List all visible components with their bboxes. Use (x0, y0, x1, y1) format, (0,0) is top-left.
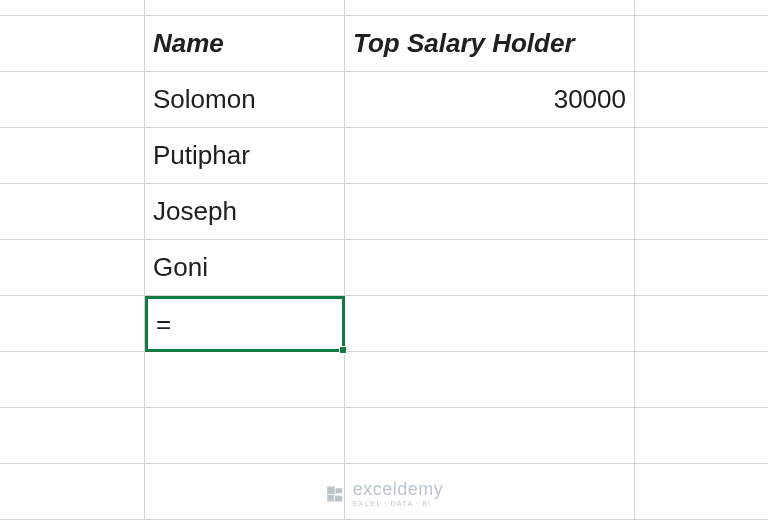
header-text: Name (153, 28, 224, 59)
empty-cell[interactable] (345, 408, 635, 464)
empty-cell[interactable] (0, 184, 145, 240)
empty-cell[interactable] (0, 72, 145, 128)
spreadsheet-grid[interactable]: Name Top Salary Holder Solomon 30000 Put… (0, 0, 768, 525)
empty-cell[interactable] (145, 352, 345, 408)
active-cell[interactable]: = (145, 296, 345, 352)
watermark: exceldemy EXCEL · DATA · BI (325, 480, 444, 507)
cell-value: 30000 (554, 84, 626, 115)
empty-cell[interactable] (0, 16, 145, 72)
empty-cell[interactable] (635, 16, 768, 72)
empty-cell[interactable] (635, 240, 768, 296)
data-cell-salary[interactable] (345, 240, 635, 296)
empty-cell[interactable] (635, 184, 768, 240)
empty-cell[interactable] (635, 0, 768, 16)
empty-cell[interactable] (0, 408, 145, 464)
empty-cell[interactable] (345, 352, 635, 408)
empty-cell[interactable] (635, 464, 768, 520)
empty-cell[interactable] (145, 408, 345, 464)
logo-icon (325, 484, 345, 504)
watermark-brand: exceldemy (353, 480, 444, 498)
column-header-name[interactable]: Name (145, 16, 345, 72)
empty-cell[interactable] (0, 240, 145, 296)
cell-value: Goni (153, 252, 208, 283)
formula-input: = (156, 309, 171, 340)
watermark-tagline: EXCEL · DATA · BI (353, 500, 444, 507)
data-cell-salary[interactable] (345, 128, 635, 184)
empty-cell[interactable] (635, 72, 768, 128)
data-cell-salary[interactable] (345, 296, 635, 352)
empty-cell[interactable] (145, 464, 345, 520)
cell-value: Putiphar (153, 140, 250, 171)
empty-cell[interactable] (635, 128, 768, 184)
watermark-text: exceldemy EXCEL · DATA · BI (353, 480, 444, 507)
cell-value: Joseph (153, 196, 237, 227)
data-cell-salary[interactable] (345, 184, 635, 240)
header-text: Top Salary Holder (353, 28, 575, 59)
data-cell-name[interactable]: Goni (145, 240, 345, 296)
data-cell-salary[interactable]: 30000 (345, 72, 635, 128)
empty-cell[interactable] (635, 408, 768, 464)
empty-cell[interactable] (0, 352, 145, 408)
data-cell-name[interactable]: Joseph (145, 184, 345, 240)
column-header-salary[interactable]: Top Salary Holder (345, 16, 635, 72)
empty-cell[interactable] (145, 0, 345, 16)
empty-cell[interactable] (635, 352, 768, 408)
empty-cell[interactable] (0, 464, 145, 520)
empty-cell[interactable] (0, 128, 145, 184)
cell-value: Solomon (153, 84, 256, 115)
fill-handle[interactable] (339, 346, 347, 354)
empty-cell[interactable] (345, 0, 635, 16)
empty-cell[interactable] (635, 296, 768, 352)
empty-cell[interactable] (0, 296, 145, 352)
empty-cell[interactable] (0, 0, 145, 16)
data-cell-name[interactable]: Solomon (145, 72, 345, 128)
data-cell-name[interactable]: Putiphar (145, 128, 345, 184)
